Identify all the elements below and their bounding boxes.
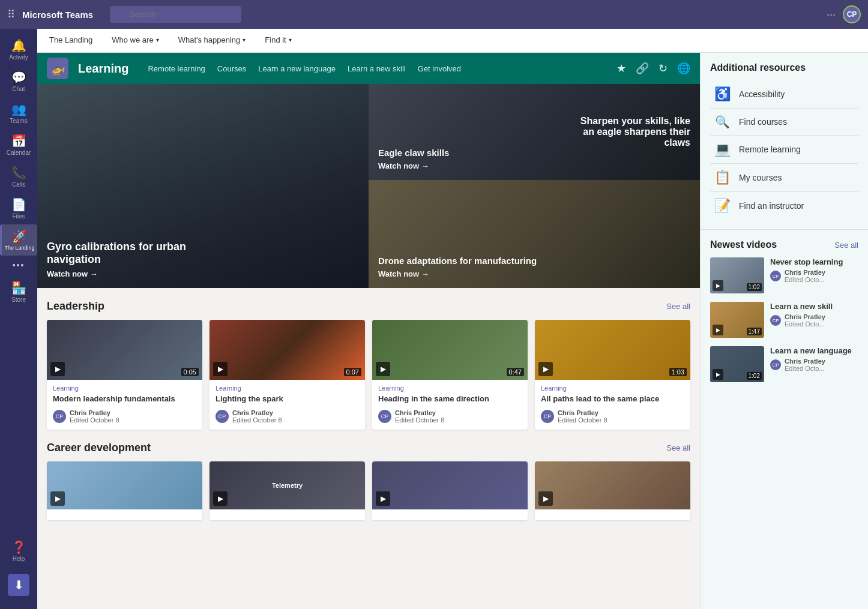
hero-item-drone[interactable]: Drone adaptations for manufacturing Watc… [369,180,700,288]
newest-item-2[interactable]: ▶ 1:47 Learn a new skill CP Chris Pratle… [710,302,858,338]
main-content: 🚁 Learning Remote learning Courses Learn… [37,53,700,609]
leadership-card-3[interactable]: ▶ 0:47 Learning Heading in the same dire… [372,320,528,430]
newest-item-3[interactable]: ▶ 1:02 Learn a new language CP Chris Pra… [710,346,858,382]
topbar: ⠿ Microsoft Teams 🔍 ··· CP [0,0,868,29]
avatar[interactable]: CP [843,5,861,23]
hero-urban-title: Gyro calibrations for urban navigation [47,241,215,266]
sidebar-item-files[interactable]: 📄 Files [0,193,37,224]
learning-nav-language[interactable]: Learn a new language [258,64,336,73]
newest-duration-1: 1:02 [747,283,762,291]
sidebar-item-calendar[interactable]: 📅 Calendar [0,129,37,161]
card-category-1: Learning [53,385,196,392]
sidebar-item-more[interactable]: ••• [0,256,37,276]
leadership-see-all[interactable]: See all [666,302,690,311]
resource-accessibility[interactable]: ♿ Accessibility [710,80,858,109]
my-courses-icon: 📋 [713,170,732,185]
app-nav-landing[interactable]: The Landing [47,29,95,52]
learning-header-actions: ★ 🔗 ↻ 🌐 [616,62,690,75]
learning-nav-involved[interactable]: Get involved [418,64,461,73]
career-card-2[interactable]: Telemetry ▶ [209,461,365,520]
career-play-3: ▶ [376,491,390,506]
newest-author-row-3: CP Chris Pratley Edited Octo... [770,358,858,372]
newest-avatar-1: CP [770,271,781,281]
globe-icon[interactable]: 🌐 [677,62,690,75]
remote-learning-icon: 💻 [713,142,732,157]
play-icon-3: ▶ [376,362,390,376]
store-icon: 🏪 [11,281,26,295]
hero-item-eagle[interactable]: Eagle claw skills Watch now → Sharpen yo… [369,84,700,180]
content-area: The Landing Who we are ▾ What's happenin… [37,29,868,609]
sidebar-item-activity[interactable]: 🔔 Activity [0,34,37,65]
sidebar-item-store[interactable]: 🏪 Store [0,276,37,308]
newest-info-3: Learn a new language CP Chris Pratley Ed… [770,346,858,382]
career-body-4 [535,509,690,520]
leadership-card-2[interactable]: ▶ 0:07 Learning Lighting the spark CP Ch… [209,320,365,430]
newest-duration-3: 1:02 [747,372,762,380]
hero-eagle-watch[interactable]: Watch now → [378,161,449,170]
sidebar-item-help[interactable]: ❓ Help [5,535,32,567]
app-nav-find[interactable]: Find it ▾ [262,29,294,52]
career-section: Career development See all ▶ Teleme [37,430,700,532]
search-input[interactable] [110,6,241,23]
card-author-4: CP Chris Pratley Edited October 8 [541,409,684,424]
career-card-1[interactable]: ▶ [47,461,202,520]
newest-author-row-1: CP Chris Pratley Edited Octo... [770,269,858,283]
resources-section: Additional resources ♿ Accessibility 🔍 F… [701,53,868,230]
main-layout: 🔔 Activity 💬 Chat 👥 Teams 📅 Calendar 📞 C… [0,29,868,609]
content-body: 🚁 Learning Remote learning Courses Learn… [37,53,868,609]
sidebar-item-chat[interactable]: 💬 Chat [0,65,37,97]
newest-see-all[interactable]: See all [834,241,858,250]
leadership-card-1[interactable]: ▶ 0:05 Learning Modern leadership fundam… [47,320,202,430]
card-author-info-3: Chris Pratley Edited October 8 [395,409,445,424]
card-category-4: Learning [541,385,684,392]
find-courses-icon: 🔍 [713,115,732,129]
leadership-title: Leadership [47,300,104,313]
newest-author-info-3: Chris Pratley Edited Octo... [785,358,825,372]
sidebar-item-calls[interactable]: 📞 Calls [0,161,37,193]
card-duration-2: 0:07 [344,368,361,376]
career-play-4: ▶ [538,491,553,506]
career-play-2: ▶ [213,491,228,506]
learning-logo: 🚁 [47,58,68,79]
career-card-4[interactable]: ▶ [535,461,690,520]
play-icon-2: ▶ [213,362,228,376]
career-see-all[interactable]: See all [666,443,690,452]
sidebar-item-landing[interactable]: 🚀 The Landing [0,224,37,256]
learning-nav-skill[interactable]: Learn a new skill [348,64,406,73]
leadership-card-4[interactable]: ▶ 1:03 Learning All paths lead to the sa… [535,320,690,430]
app-nav-happening[interactable]: What's happening ▾ [176,29,249,52]
apps-grid-icon[interactable]: ⠿ [7,8,15,21]
hero-item-urban[interactable]: Gyro calibrations for urban navigation W… [37,84,369,288]
link-icon[interactable]: 🔗 [636,62,649,75]
card-title-3: Heading in the same direction [378,394,522,404]
career-card-3[interactable]: ▶ [372,461,528,520]
card-duration-4: 1:03 [669,368,687,376]
card-body-2: Learning Lighting the spark CP Chris Pra… [209,380,365,430]
chevron-down-icon: ▾ [289,37,292,43]
newest-info-1: Never stop learning CP Chris Pratley Edi… [770,257,858,293]
refresh-icon[interactable]: ↻ [659,62,668,75]
resource-find-instructor[interactable]: 📝 Find an instructor [710,192,858,220]
newest-info-2: Learn a new skill CP Chris Pratley Edite… [770,302,858,338]
hero-drone-watch[interactable]: Watch now → [378,269,537,278]
learning-nav-courses[interactable]: Courses [217,64,246,73]
card-body-1: Learning Modern leadership fundamentals … [47,380,202,430]
star-icon[interactable]: ★ [616,62,626,75]
resource-remote-learning[interactable]: 💻 Remote learning [710,136,858,164]
learning-nav-remote[interactable]: Remote learning [148,64,205,73]
newest-avatar-3: CP [770,359,781,370]
card-duration-1: 0:05 [181,368,199,376]
card-body-3: Learning Heading in the same direction C… [372,380,528,430]
resource-my-courses[interactable]: 📋 My courses [710,164,858,192]
career-thumb-4: ▶ [535,461,690,509]
newest-item-1[interactable]: ▶ 1:02 Never stop learning CP Chris Prat… [710,257,858,293]
card-duration-3: 0:47 [507,368,524,376]
sidebar-item-teams[interactable]: 👥 Teams [0,97,37,129]
sidebar-item-download[interactable]: ⬇ [5,569,32,602]
find-courses-label: Find courses [739,117,787,127]
card-author-2: CP Chris Pratley Edited October 8 [215,409,359,424]
app-nav-who[interactable]: Who we are ▾ [109,29,161,52]
hero-urban-watch[interactable]: Watch now → [47,269,215,278]
resource-find-courses[interactable]: 🔍 Find courses [710,109,858,136]
more-options-icon[interactable]: ··· [827,8,836,21]
